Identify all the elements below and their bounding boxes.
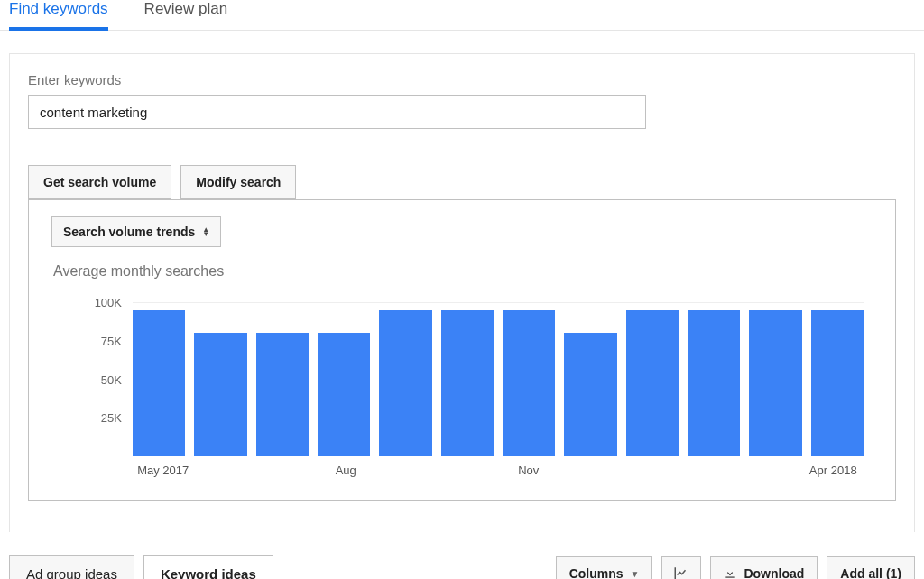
chart-toggle-button[interactable]: [661, 556, 701, 579]
updown-sort-icon: ▲▼: [202, 227, 209, 236]
button-label: Get search volume: [43, 175, 156, 189]
button-label: Add all (1): [840, 566, 901, 579]
keywords-input[interactable]: [28, 95, 646, 129]
y-tick: 75K: [101, 334, 122, 347]
modify-search-button[interactable]: Modify search: [180, 165, 296, 199]
x-tick: Apr 2018: [803, 464, 864, 477]
x-tick: Aug: [316, 464, 377, 477]
chart-bar: [688, 310, 740, 456]
chart-bar: [626, 310, 679, 456]
main-panel: Enter keywords Get search volume Modify …: [9, 53, 915, 532]
action-buttons: Get search volume Modify search: [28, 165, 896, 199]
tab-keyword-ideas[interactable]: Keyword ideas: [143, 555, 273, 579]
y-axis: 100K 75K 50K 25K: [51, 285, 133, 456]
chart-bar: [811, 310, 864, 456]
chart-bar: [256, 333, 309, 456]
top-tabs: Find keywords Review plan: [0, 0, 924, 31]
chart-bar: [318, 333, 370, 456]
x-axis: May 2017AugNovApr 2018: [51, 464, 873, 477]
x-tick: [742, 464, 803, 477]
y-tick: 100K: [95, 296, 122, 309]
chart-panel: Search volume trends ▲▼ Average monthly …: [28, 199, 896, 501]
download-icon: [724, 567, 736, 579]
dropdown-label: Search volume trends: [63, 225, 195, 239]
chart-bar: [441, 310, 494, 456]
get-search-volume-button[interactable]: Get search volume: [28, 165, 171, 199]
x-tick: [681, 464, 743, 477]
tab-find-keywords[interactable]: Find keywords: [9, 0, 108, 31]
y-tick: 50K: [101, 372, 122, 386]
x-tick: [620, 464, 681, 477]
chart-title: Average monthly searches: [53, 263, 873, 280]
x-tick: [559, 464, 621, 477]
x-tick: [376, 464, 438, 477]
button-label: Columns: [569, 566, 624, 579]
keywords-label: Enter keywords: [28, 72, 896, 87]
svg-rect-0: [726, 577, 735, 578]
x-tick: [194, 464, 255, 477]
y-tick: 25K: [101, 411, 122, 425]
chart-trend-dropdown[interactable]: Search volume trends ▲▼: [51, 216, 221, 247]
download-button[interactable]: Download: [710, 556, 818, 579]
x-tick: May 2017: [133, 464, 194, 477]
bottom-row: Ad group ideas Keyword ideas Columns ▼ D…: [9, 555, 915, 579]
x-tick: [438, 464, 499, 477]
chart-bar: [133, 310, 185, 456]
add-all-button[interactable]: Add all (1): [827, 556, 915, 579]
x-tick: [254, 464, 316, 477]
x-tick: Nov: [498, 464, 559, 477]
tab-ad-group-ideas[interactable]: Ad group ideas: [9, 555, 134, 579]
chart-bar: [379, 310, 431, 456]
chart-area: 100K 75K 50K 25K: [51, 285, 873, 456]
columns-dropdown[interactable]: Columns ▼: [556, 556, 653, 579]
button-label: Download: [744, 566, 804, 579]
line-chart-icon: [673, 565, 689, 579]
chart-bar: [194, 333, 246, 456]
tab-review-plan[interactable]: Review plan: [144, 0, 228, 30]
button-label: Modify search: [196, 175, 281, 189]
chart-bar: [749, 310, 801, 456]
chart-bar: [564, 333, 616, 456]
chart-bar: [503, 310, 555, 456]
chart-bars: [133, 285, 864, 456]
caret-down-icon: ▼: [631, 569, 640, 579]
